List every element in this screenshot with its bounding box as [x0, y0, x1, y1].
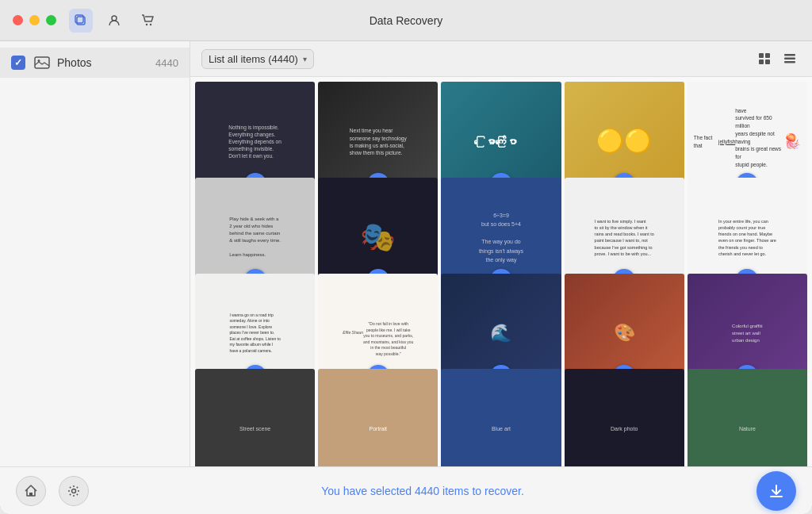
photos-icon [33, 56, 51, 70]
list-view-icon[interactable] [779, 48, 801, 70]
photo-cell[interactable]: Blue art [441, 369, 561, 466]
traffic-lights [13, 15, 56, 25]
home-button[interactable] [16, 476, 46, 506]
filter-label: List all items (4440) [209, 53, 298, 65]
sidebar-item-photos[interactable]: Photos 4440 [0, 48, 190, 78]
view-icons [753, 48, 801, 70]
svg-rect-12 [784, 58, 795, 60]
sidebar-item-count: 4440 [155, 57, 178, 69]
person-icon[interactable] [102, 9, 126, 33]
svg-rect-7 [759, 53, 764, 58]
svg-rect-8 [765, 53, 770, 58]
selected-count: 4440 [415, 485, 439, 497]
cart-icon[interactable] [136, 9, 159, 33]
photo-cell[interactable]: Street scene [195, 369, 315, 466]
minimize-button[interactable] [29, 15, 40, 25]
svg-rect-5 [35, 57, 49, 68]
photo-cell[interactable]: Portrait [318, 369, 438, 466]
svg-point-2 [112, 16, 117, 21]
photo-cell[interactable]: Nature [688, 369, 807, 466]
main-content: Photos 4440 List all items (4440) ▾ [0, 41, 812, 466]
svg-rect-9 [759, 59, 764, 64]
svg-point-3 [146, 23, 147, 25]
photos-checkbox[interactable] [11, 56, 25, 70]
svg-rect-13 [784, 61, 795, 63]
svg-rect-10 [765, 59, 770, 64]
close-button[interactable] [13, 15, 23, 25]
svg-rect-14 [29, 493, 33, 496]
statusbar-left [16, 476, 89, 506]
right-panel: List all items (4440) ▾ [190, 41, 812, 466]
recover-icon [768, 482, 785, 500]
photo-cell[interactable]: Dark photo [565, 369, 684, 466]
dropdown-arrow: ▾ [303, 55, 307, 63]
status-text: You have selected 4440 items to recover. [89, 485, 756, 497]
filter-dropdown[interactable]: List all items (4440) ▾ [201, 49, 314, 69]
window-title: Data Recovery [370, 14, 443, 27]
svg-point-15 [72, 489, 76, 493]
titlebar: Data Recovery [0, 0, 812, 41]
app-window: Data Recovery Photos 4440 [0, 0, 812, 514]
sidebar-item-label: Photos [57, 56, 155, 69]
statusbar: You have selected 4440 items to recover. [0, 466, 812, 514]
maximize-button[interactable] [46, 15, 56, 25]
sidebar: Photos 4440 [0, 41, 190, 466]
grid-view-icon[interactable] [753, 48, 776, 70]
svg-point-4 [150, 23, 151, 25]
settings-button[interactable] [59, 476, 89, 506]
toolbar: List all items (4440) ▾ [190, 41, 812, 77]
photo-grid[interactable]: Nothing is impossible.Everything changes… [190, 77, 812, 466]
titlebar-icons [69, 9, 159, 33]
status-text-before: You have selected [321, 485, 415, 497]
svg-rect-11 [784, 54, 795, 56]
copy-icon[interactable] [69, 9, 93, 33]
status-text-after: items to recover. [439, 485, 524, 497]
recover-button[interactable] [756, 471, 796, 511]
